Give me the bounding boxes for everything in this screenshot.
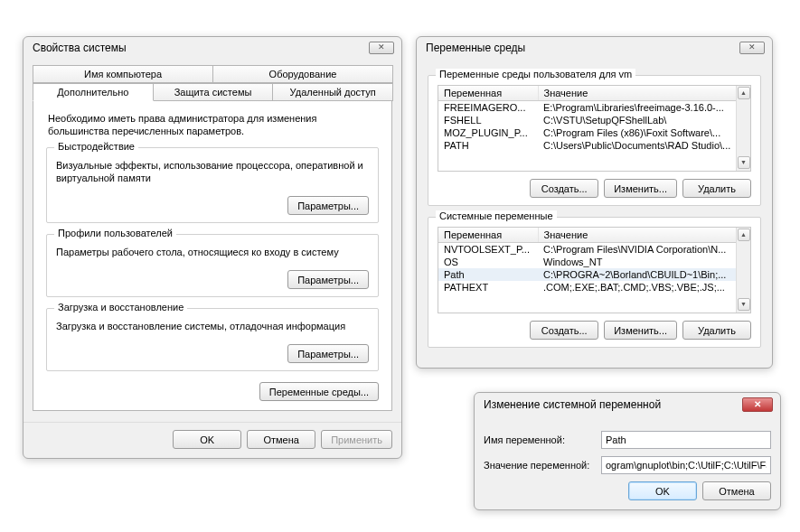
scroll-down-icon[interactable]: ▼ (738, 156, 750, 169)
group-text: Визуальные эффекты, использование процес… (56, 159, 369, 186)
sys-delete-button[interactable]: Удалить (682, 321, 751, 340)
table-row[interactable]: FSHELLC:\VSTU\SetupQFShellLab\ (438, 114, 750, 126)
table-row[interactable]: OSWindows_NT (438, 256, 750, 268)
group-legend: Загрузка и восстановление (54, 302, 187, 313)
group-performance: Быстродействие Визуальные эффекты, испол… (46, 147, 379, 224)
titlebar: Свойства системы ✕ (24, 37, 401, 57)
table-row[interactable]: MOZ_PLUGIN_P...C:\Program Files (x86)\Fo… (438, 126, 750, 139)
scroll-down-icon[interactable]: ▼ (738, 298, 750, 311)
window-title: Изменение системной переменной (484, 398, 661, 411)
group-system-vars: Системные переменные Переменная Значение… (428, 217, 761, 348)
group-legend: Профили пользователей (54, 228, 176, 238)
group-startup-recovery: Загрузка и восстановление Загрузка и вос… (46, 308, 379, 371)
titlebar: Переменные среды ✕ (417, 37, 772, 57)
var-value-input[interactable] (601, 456, 771, 474)
env-vars-button[interactable]: Переменные среды... (259, 382, 379, 401)
window-title: Свойства системы (33, 42, 127, 54)
tabs: Имя компьютера Оборудование Дополнительн… (33, 65, 392, 101)
env-vars-window: Переменные среды ✕ Переменные среды поль… (416, 36, 773, 369)
system-vars-table[interactable]: Переменная Значение NVTOOLSEXT_P...C:\Pr… (438, 227, 751, 313)
startup-settings-button[interactable]: Параметры... (287, 344, 369, 363)
group-text: Загрузка и восстановление системы, отлад… (56, 320, 369, 333)
user-create-button[interactable]: Создать... (530, 179, 598, 198)
scroll-up-icon[interactable]: ▲ (738, 229, 750, 241)
table-row[interactable]: FREEIMAGERO...E:\Program\Libraries\freei… (438, 101, 750, 115)
edit-var-window: Изменение системной переменной ✕ Имя пер… (474, 392, 781, 510)
scrollbar[interactable]: ▲ ▼ (736, 228, 750, 313)
close-icon[interactable]: ✕ (739, 42, 765, 54)
field-var-name: Имя переменной: (484, 431, 771, 449)
admin-note: Необходимо иметь права администратора дл… (48, 112, 377, 138)
var-value-label: Значение переменной: (484, 460, 592, 471)
dialog-button-row: OK Отмена Применить (24, 422, 401, 458)
table-row[interactable]: PATHC:\Users\Public\Documents\RAD Studio… (438, 139, 750, 152)
tab-hardware[interactable]: Оборудование (212, 65, 393, 83)
ok-button[interactable]: OK (628, 481, 697, 500)
col-name[interactable]: Переменная (438, 228, 538, 243)
var-name-input[interactable] (601, 431, 771, 449)
table-row[interactable]: NVTOOLSEXT_P...C:\Program Files\NVIDIA C… (438, 243, 750, 257)
close-icon[interactable]: ✕ (742, 397, 773, 412)
titlebar: Изменение системной переменной ✕ (475, 393, 780, 415)
table-row[interactable]: PATHEXT.COM;.EXE;.BAT;.CMD;.VBS;.VBE;.JS… (438, 281, 750, 294)
col-value[interactable]: Значение (538, 228, 750, 243)
tab-system-protection[interactable]: Защита системы (153, 83, 274, 101)
scroll-up-icon[interactable]: ▲ (738, 87, 750, 99)
group-text: Параметры рабочего стола, относящиеся ко… (56, 246, 369, 259)
col-value[interactable]: Значение (538, 86, 750, 101)
ok-button[interactable]: OK (173, 430, 241, 449)
tab-computer-name[interactable]: Имя компьютера (33, 65, 213, 83)
group-user-vars: Переменные среды пользователя для vm Пер… (428, 75, 761, 206)
tab-remote[interactable]: Удаленный доступ (272, 83, 393, 101)
col-name[interactable]: Переменная (438, 86, 538, 101)
sys-create-button[interactable]: Создать... (530, 321, 598, 340)
apply-button[interactable]: Применить (321, 430, 392, 449)
window-title: Переменные среды (426, 42, 525, 54)
user-delete-button[interactable]: Удалить (682, 179, 751, 198)
profiles-settings-button[interactable]: Параметры... (287, 270, 369, 289)
sys-edit-button[interactable]: Изменить... (604, 321, 677, 340)
user-vars-table[interactable]: Переменная Значение FREEIMAGERO...E:\Pro… (438, 85, 751, 172)
tab-advanced[interactable]: Дополнительно (33, 83, 154, 101)
group-legend: Системные переменные (436, 210, 557, 221)
close-icon[interactable]: ✕ (369, 42, 394, 54)
scrollbar[interactable]: ▲ ▼ (736, 86, 750, 171)
tab-body-advanced: Необходимо иметь права администратора дл… (33, 100, 392, 411)
performance-settings-button[interactable]: Параметры... (287, 196, 369, 215)
table-row[interactable]: PathC:\PROGRA~2\Borland\CBUILD~1\Bin;... (438, 268, 750, 281)
system-properties-window: Свойства системы ✕ Имя компьютера Оборуд… (23, 36, 402, 459)
var-name-label: Имя переменной: (484, 434, 592, 445)
user-edit-button[interactable]: Изменить... (604, 179, 677, 198)
group-legend: Переменные среды пользователя для vm (436, 69, 635, 79)
cancel-button[interactable]: Отмена (702, 481, 771, 500)
group-legend: Быстродействие (54, 141, 138, 152)
cancel-button[interactable]: Отмена (247, 430, 315, 449)
group-user-profiles: Профили пользователей Параметры рабочего… (46, 234, 379, 297)
field-var-value: Значение переменной: (484, 456, 771, 474)
